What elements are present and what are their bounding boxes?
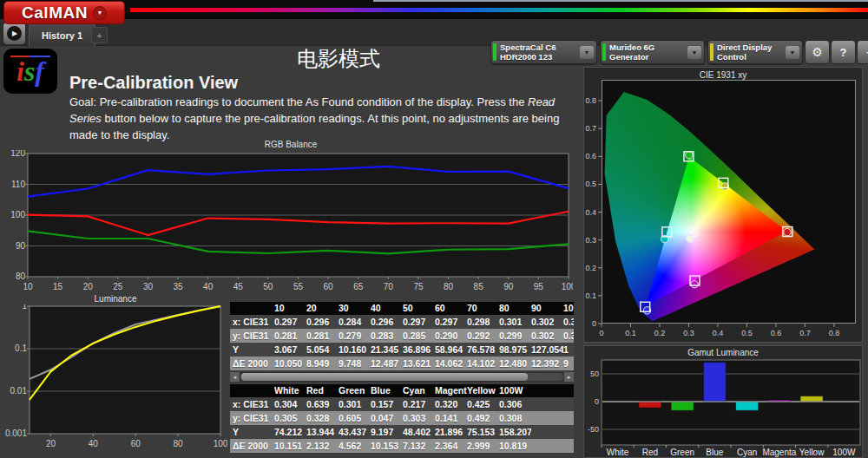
table-cell: 127.054: [531, 343, 563, 357]
table-cell: 10: [274, 302, 306, 315]
svg-text:50: 50: [263, 282, 273, 291]
table-cell: 12.480: [499, 357, 531, 370]
svg-text:0.7: 0.7: [585, 124, 596, 133]
svg-text:45: 45: [233, 282, 244, 291]
scrollbar-track[interactable]: [240, 373, 563, 381]
table-cell: 60: [435, 302, 467, 315]
tab-history-1[interactable]: History 1: [29, 23, 95, 46]
table-cell: 58.964: [435, 343, 467, 357]
table-header-row: 102030405060708090100: [230, 302, 574, 315]
generator-dropdown[interactable]: Murideo 6G Generator ▼: [600, 40, 705, 64]
table-row: ΔE 200010.0508.9499.74812.48713.62114.06…: [230, 357, 574, 370]
table-cell: 100W: [499, 384, 531, 397]
svg-text:80: 80: [444, 282, 454, 291]
question-icon: ?: [840, 46, 847, 59]
rgb-balance-chart: RGB Balance 8090100110120101520253035404…: [9, 139, 573, 299]
svg-text:15: 15: [53, 282, 63, 291]
plus-icon: +: [96, 30, 102, 41]
page-title: Pre-Calibration View: [69, 73, 238, 93]
table-cell: 0.328: [306, 411, 339, 425]
svg-text:20: 20: [46, 439, 56, 448]
svg-text:0.2: 0.2: [585, 264, 596, 272]
table-cell: 0.425: [467, 397, 499, 411]
table-cell: 0.297: [435, 315, 467, 329]
table-cell: 9.197: [371, 425, 403, 439]
table-cell: 8.949: [306, 357, 339, 370]
table-cell: 7.132: [403, 439, 435, 453]
window-top-edge: [373, 0, 868, 2]
table-row: x: CIE310.3040.6390.3010.1570.2170.3200.…: [230, 397, 574, 411]
calman-logo-text: CalMAN: [22, 3, 88, 23]
table-cell: 0.302: [531, 329, 563, 343]
table-cell: 5.054: [306, 343, 339, 357]
table-cell: 4.562: [339, 439, 371, 453]
title-bar: [0, 0, 868, 19]
svg-text:0.3: 0.3: [585, 236, 596, 245]
row-label-cell: [230, 302, 274, 315]
svg-text:Red: Red: [642, 448, 658, 457]
meter-dropdown[interactable]: SpectraCal C6 HDR2000 123 ▼: [490, 40, 597, 64]
row-label-cell: x: CIE31: [230, 397, 274, 411]
display-control-dropdown[interactable]: Direct Display Control ▼: [707, 40, 803, 64]
luminance-title: Luminance: [3, 293, 227, 304]
table-cell: 75.153: [467, 425, 499, 439]
cie-markers-overlay: 000.10.10.20.20.30.30.40.40.50.50.60.60.…: [584, 68, 864, 342]
table-cell: 10.819: [499, 439, 531, 453]
table-cell: Red: [306, 384, 339, 397]
table-cell: 1: [563, 343, 574, 357]
table-cell: 13.944: [306, 425, 339, 439]
table-cell: 0.320: [435, 397, 467, 411]
gear-icon: ⚙: [812, 45, 823, 59]
svg-text:0.8: 0.8: [585, 96, 596, 105]
table-cell: 10.151: [274, 439, 306, 453]
dropdown-caret-icon: ▼: [580, 46, 594, 59]
play-icon: ▶: [7, 26, 22, 41]
settings-button[interactable]: ⚙: [805, 40, 830, 64]
table-cell: 40: [371, 302, 403, 315]
table-cell: 0.281: [306, 329, 339, 343]
svg-text:75: 75: [413, 282, 424, 291]
add-tab-button[interactable]: +: [91, 27, 108, 43]
svg-text:White: White: [607, 448, 629, 457]
svg-text:Magenta: Magenta: [762, 448, 796, 457]
table-cell: 100: [563, 302, 574, 315]
table-cell: 3.067: [274, 343, 306, 357]
table-row: Y74.21213.94443.4379.19748.40221.89675.1…: [230, 425, 574, 439]
svg-text:0: 0: [599, 329, 603, 337]
row-label-cell: Y: [230, 343, 274, 357]
svg-text:0.6: 0.6: [585, 152, 596, 160]
svg-text:95: 95: [534, 282, 544, 291]
svg-text:0.01: 0.01: [10, 386, 28, 396]
svg-text:85: 85: [474, 282, 484, 291]
table-cell: 0.3: [563, 315, 574, 329]
svg-text:10: 10: [23, 282, 33, 291]
scroll-left-icon[interactable]: ◂: [230, 372, 240, 382]
help-button[interactable]: ?: [831, 40, 856, 64]
table-cell: 98.975: [499, 343, 531, 357]
table-cell: 0.299: [499, 329, 531, 343]
table-cell: 14.062: [435, 357, 467, 370]
table-cell: 0.296: [306, 315, 339, 329]
table-cell: 0.308: [499, 411, 531, 425]
meter-status-stripe: [493, 43, 496, 61]
collapse-panel-button[interactable]: ◀: [857, 40, 868, 64]
table-cell: 80: [499, 302, 531, 315]
table-cell: 76.578: [467, 343, 499, 357]
rgb-balance-title: RGB Balance: [9, 139, 573, 150]
table-cell: 10.050: [274, 357, 306, 370]
table-cell: 0.301: [339, 397, 371, 411]
table-row: Y3.0675.05410.16021.34536.89658.96476.57…: [230, 343, 574, 357]
nav-back-button[interactable]: ▶: [3, 22, 26, 45]
calman-menu-button[interactable]: CalMAN ▼: [3, 1, 125, 24]
table-cell: 70: [467, 302, 499, 315]
svg-text:25: 25: [113, 282, 123, 291]
scroll-right-icon[interactable]: ▸: [564, 372, 574, 382]
table-cell: 0.141: [435, 411, 467, 425]
scrollbar-thumb[interactable]: [241, 373, 528, 381]
table-scrollbar[interactable]: ◂ ▸: [230, 372, 574, 382]
table-cell: 2.999: [467, 439, 499, 453]
row-label-cell: ΔE 2000: [230, 357, 274, 370]
table-cell: Magenta: [435, 384, 467, 397]
table-cell: 0.281: [274, 329, 306, 343]
gamut-luminance-title: Gamut Luminance: [584, 347, 862, 358]
